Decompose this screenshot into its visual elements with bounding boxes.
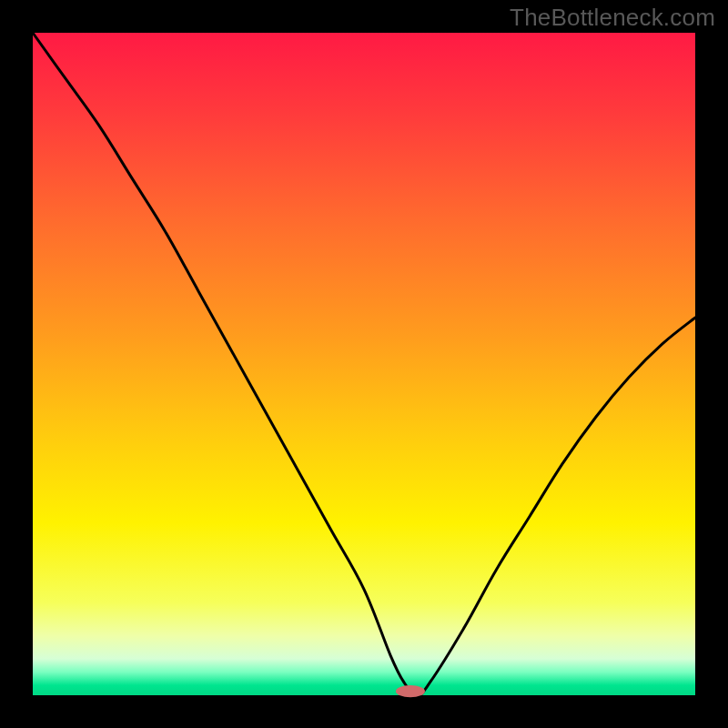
bottleneck-chart: TheBottleneck.com xyxy=(0,0,728,728)
plot-background xyxy=(33,33,695,695)
chart-svg xyxy=(0,0,728,728)
watermark-text: TheBottleneck.com xyxy=(510,4,715,32)
minimum-marker xyxy=(396,685,425,697)
